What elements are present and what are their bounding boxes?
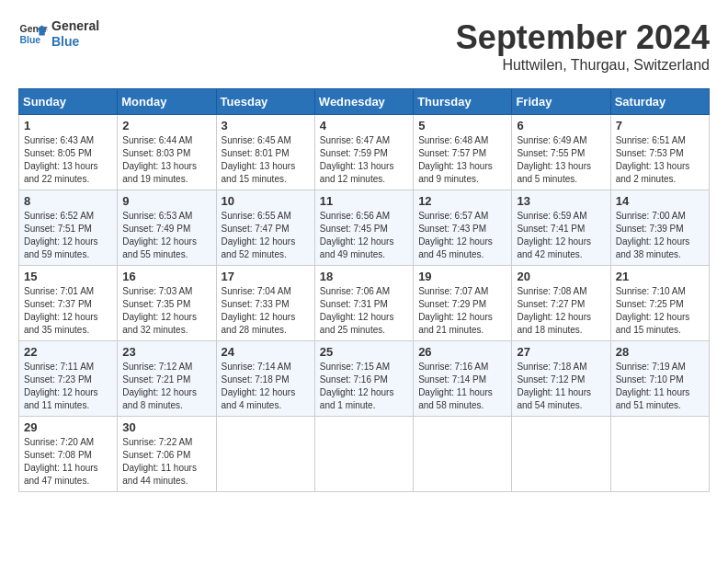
cell-content: Sunrise: 6:48 AMSunset: 7:57 PMDaylight:… [418,134,506,186]
cell-content: Sunrise: 7:11 AMSunset: 7:23 PMDaylight:… [24,361,112,412]
logo-icon: General Blue [18,19,48,49]
day-number: 5 [418,119,506,132]
day-number: 16 [122,270,210,283]
day-number: 12 [418,194,506,208]
location-subtitle: Huttwilen, Thurgau, Switzerland [456,57,710,74]
cell-content: Sunrise: 7:04 AMSunset: 7:33 PMDaylight:… [222,285,310,337]
calendar-header-row: SundayMondayTuesdayWednesdayThursdayFrid… [19,89,710,115]
day-number: 30 [122,420,210,434]
cell-content: Sunrise: 6:52 AMSunset: 7:51 PMDaylight:… [24,210,112,261]
calendar-week-5: 29Sunrise: 7:20 AMSunset: 7:08 PMDayligh… [19,417,710,492]
day-number: 20 [517,270,605,283]
cell-content: Sunrise: 6:44 AMSunset: 8:03 PMDaylight:… [122,134,210,186]
cell-content: Sunrise: 6:43 AMSunset: 8:05 PMDaylight:… [24,134,112,186]
column-header-thursday: Thursday [414,89,512,115]
calendar-cell: 26Sunrise: 7:16 AMSunset: 7:14 PMDayligh… [414,341,512,417]
day-number: 15 [24,270,112,283]
calendar-cell: 21Sunrise: 7:10 AMSunset: 7:25 PMDayligh… [610,266,709,341]
cell-content: Sunrise: 7:19 AMSunset: 7:10 PMDaylight:… [616,361,704,412]
calendar-cell: 18Sunrise: 7:06 AMSunset: 7:31 PMDayligh… [314,266,413,341]
cell-content: Sunrise: 7:18 AMSunset: 7:12 PMDaylight:… [517,361,605,412]
calendar-cell: 17Sunrise: 7:04 AMSunset: 7:33 PMDayligh… [216,266,314,341]
day-number: 24 [222,345,310,359]
day-number: 11 [320,194,408,208]
calendar-cell [512,417,610,492]
day-number: 29 [24,420,112,434]
cell-content: Sunrise: 7:10 AMSunset: 7:25 PMDaylight:… [616,285,704,337]
month-title: September 2024 [456,18,710,57]
calendar-cell: 25Sunrise: 7:15 AMSunset: 7:16 PMDayligh… [314,341,413,417]
calendar-cell: 9Sunrise: 6:53 AMSunset: 7:49 PMDaylight… [118,190,216,266]
calendar-week-3: 15Sunrise: 7:01 AMSunset: 7:37 PMDayligh… [19,266,710,341]
day-number: 18 [320,270,408,283]
cell-content: Sunrise: 6:59 AMSunset: 7:41 PMDaylight:… [517,210,605,261]
calendar-cell: 28Sunrise: 7:19 AMSunset: 7:10 PMDayligh… [610,341,709,417]
day-number: 26 [418,345,506,359]
calendar-cell: 8Sunrise: 6:52 AMSunset: 7:51 PMDaylight… [19,190,118,266]
calendar-cell: 10Sunrise: 6:55 AMSunset: 7:47 PMDayligh… [216,190,314,266]
calendar-cell: 11Sunrise: 6:56 AMSunset: 7:45 PMDayligh… [314,190,413,266]
calendar-cell: 27Sunrise: 7:18 AMSunset: 7:12 PMDayligh… [512,341,610,417]
page-header: General Blue General Blue September 2024… [18,18,710,74]
cell-content: Sunrise: 6:49 AMSunset: 7:55 PMDaylight:… [517,134,605,186]
calendar-cell: 16Sunrise: 7:03 AMSunset: 7:35 PMDayligh… [118,266,216,341]
cell-content: Sunrise: 7:22 AMSunset: 7:06 PMDaylight:… [122,436,210,488]
day-number: 2 [122,119,210,132]
calendar-cell [216,417,314,492]
calendar-cell: 23Sunrise: 7:12 AMSunset: 7:21 PMDayligh… [118,341,216,417]
cell-content: Sunrise: 7:20 AMSunset: 7:08 PMDaylight:… [24,436,112,488]
cell-content: Sunrise: 6:57 AMSunset: 7:43 PMDaylight:… [418,210,506,261]
column-header-friday: Friday [512,89,610,115]
calendar-week-1: 1Sunrise: 6:43 AMSunset: 8:05 PMDaylight… [19,115,710,190]
cell-content: Sunrise: 7:08 AMSunset: 7:27 PMDaylight:… [517,285,605,337]
cell-content: Sunrise: 6:56 AMSunset: 7:45 PMDaylight:… [320,210,408,261]
day-number: 3 [222,119,310,132]
day-number: 19 [418,270,506,283]
calendar-table: SundayMondayTuesdayWednesdayThursdayFrid… [18,88,710,492]
day-number: 28 [616,345,704,359]
cell-content: Sunrise: 7:15 AMSunset: 7:16 PMDaylight:… [320,361,408,412]
column-header-monday: Monday [118,89,216,115]
calendar-cell: 30Sunrise: 7:22 AMSunset: 7:06 PMDayligh… [118,417,216,492]
logo-line1: General [51,18,99,34]
calendar-cell: 15Sunrise: 7:01 AMSunset: 7:37 PMDayligh… [19,266,118,341]
day-number: 17 [222,270,310,283]
calendar-cell: 29Sunrise: 7:20 AMSunset: 7:08 PMDayligh… [19,417,118,492]
cell-content: Sunrise: 7:16 AMSunset: 7:14 PMDaylight:… [418,361,506,412]
calendar-cell: 4Sunrise: 6:47 AMSunset: 7:59 PMDaylight… [314,115,413,190]
cell-content: Sunrise: 6:51 AMSunset: 7:53 PMDaylight:… [616,134,704,186]
cell-content: Sunrise: 7:06 AMSunset: 7:31 PMDaylight:… [320,285,408,337]
cell-content: Sunrise: 6:45 AMSunset: 8:01 PMDaylight:… [222,134,310,186]
day-number: 4 [320,119,408,132]
calendar-cell: 20Sunrise: 7:08 AMSunset: 7:27 PMDayligh… [512,266,610,341]
day-number: 6 [517,119,605,132]
cell-content: Sunrise: 7:01 AMSunset: 7:37 PMDaylight:… [24,285,112,337]
calendar-cell: 5Sunrise: 6:48 AMSunset: 7:57 PMDaylight… [414,115,512,190]
column-header-saturday: Saturday [610,89,709,115]
day-number: 22 [24,345,112,359]
column-header-tuesday: Tuesday [216,89,314,115]
day-number: 13 [517,194,605,208]
day-number: 1 [24,119,112,132]
calendar-cell: 3Sunrise: 6:45 AMSunset: 8:01 PMDaylight… [216,115,314,190]
cell-content: Sunrise: 6:53 AMSunset: 7:49 PMDaylight:… [122,210,210,261]
calendar-week-4: 22Sunrise: 7:11 AMSunset: 7:23 PMDayligh… [19,341,710,417]
calendar-cell: 22Sunrise: 7:11 AMSunset: 7:23 PMDayligh… [19,341,118,417]
calendar-cell [414,417,512,492]
cell-content: Sunrise: 7:12 AMSunset: 7:21 PMDaylight:… [122,361,210,412]
day-number: 8 [24,194,112,208]
cell-content: Sunrise: 6:55 AMSunset: 7:47 PMDaylight:… [222,210,310,261]
calendar-cell: 14Sunrise: 7:00 AMSunset: 7:39 PMDayligh… [610,190,709,266]
day-number: 10 [222,194,310,208]
cell-content: Sunrise: 6:47 AMSunset: 7:59 PMDaylight:… [320,134,408,186]
day-number: 25 [320,345,408,359]
logo: General Blue General Blue [18,18,99,50]
cell-content: Sunrise: 7:00 AMSunset: 7:39 PMDaylight:… [616,210,704,261]
calendar-cell [610,417,709,492]
day-number: 27 [517,345,605,359]
cell-content: Sunrise: 7:14 AMSunset: 7:18 PMDaylight:… [222,361,310,412]
day-number: 23 [122,345,210,359]
cell-content: Sunrise: 7:03 AMSunset: 7:35 PMDaylight:… [122,285,210,337]
calendar-cell: 24Sunrise: 7:14 AMSunset: 7:18 PMDayligh… [216,341,314,417]
day-number: 14 [616,194,704,208]
